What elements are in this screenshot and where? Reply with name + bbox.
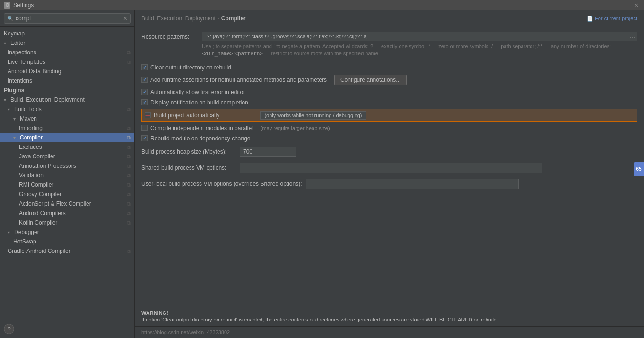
help-button[interactable]: ?	[4, 324, 14, 334]
live-templates-copy-icon: ⧉	[127, 59, 131, 65]
sidebar-item-inspections[interactable]: Inspections ⧉	[0, 48, 134, 57]
debugger-label: Debugger	[14, 229, 39, 235]
resource-hint: Use ; to separate patterns and ! to nega…	[202, 43, 637, 58]
sidebar-item-debugger[interactable]: ▾ Debugger	[0, 227, 134, 237]
sidebar-item-gradle-android[interactable]: Gradle-Android Compiler ⧉	[0, 246, 134, 256]
excludes-copy-icon: ⧉	[127, 144, 131, 150]
project-link[interactable]: 📄 For current project	[587, 16, 637, 22]
checkbox-display-notification: Display notification on build completion	[141, 97, 637, 108]
shared-vm-label: Shared build process VM options:	[141, 165, 236, 171]
sidebar-item-editor[interactable]: ▾ Editor	[0, 38, 134, 48]
app-icon: ⚙	[4, 2, 10, 9]
build-tools-copy-icon: ⧉	[127, 106, 131, 113]
content-area: Build, Execution, Deployment › Compiler …	[135, 10, 644, 338]
compiler-label: Compiler	[20, 134, 43, 141]
actionscript-flex-label: ActionScript & Flex Compiler	[19, 200, 91, 207]
sidebar-item-importing[interactable]: Importing ⧉	[0, 123, 134, 133]
checkbox-clear-output: Clear output directory on rebuild	[141, 62, 637, 73]
importing-copy-icon: ⧉	[127, 125, 131, 131]
debugger-arrow: ▾	[8, 230, 12, 235]
validation-copy-icon: ⧉	[127, 173, 131, 179]
sidebar-item-java-compiler[interactable]: Java Compiler ⧉	[0, 152, 134, 161]
checkbox-auto-show-error: Automatically show first error in editor	[141, 87, 637, 97]
main-container: 🔍 × Keymap ▾ Editor Inspections ⧉ Live	[0, 10, 644, 338]
display-notification-label: Display notification on build completion	[150, 99, 248, 106]
sidebar-item-kotlin-compiler[interactable]: Kotlin Compiler ⧉	[0, 218, 134, 227]
resource-patterns-label: Resource patterns:	[141, 32, 198, 40]
sidebar-item-groovy-compiler[interactable]: Groovy Compiler ⧉	[0, 190, 134, 199]
title-bar-text: Settings	[13, 2, 34, 9]
maven-label: Maven	[20, 115, 37, 122]
sidebar-item-actionscript-flex[interactable]: ActionScript & Flex Compiler ⧉	[0, 199, 134, 208]
sidebar-item-build-execution-deployment[interactable]: ▾ Build, Execution, Deployment	[0, 95, 134, 104]
gradle-android-label: Gradle-Android Compiler	[8, 248, 70, 254]
checkbox-rebuild-module: Rebuild module on dependency change	[141, 133, 637, 144]
user-local-vm-row: User-local build process VM options (ove…	[141, 176, 637, 192]
add-runtime-checkbox[interactable]	[141, 77, 148, 83]
shared-vm-row: Shared build process VM options:	[141, 160, 637, 176]
sidebar-item-compiler[interactable]: ▾ Compiler ⧉	[0, 133, 134, 142]
inspections-label: Inspections	[8, 49, 36, 56]
sidebar-item-android-compilers[interactable]: Android Compilers ⧉	[0, 208, 134, 218]
build-tools-label: Build Tools	[14, 106, 42, 113]
sidebar-item-keymap[interactable]: Keymap	[0, 29, 134, 38]
gradle-android-copy-icon: ⧉	[127, 248, 131, 254]
editor-label: Editor	[10, 40, 25, 46]
bottom-bar: https://blog.csdn.net/weixin_42323802	[135, 326, 644, 338]
sidebar-item-annotation-processors[interactable]: Annotation Processors ⧉	[0, 161, 134, 171]
search-box: 🔍 ×	[0, 10, 134, 27]
warning-area: WARNING! If option 'Clear output directo…	[135, 306, 644, 326]
groovy-compiler-copy-icon: ⧉	[127, 191, 131, 198]
file-icon: 📄	[587, 16, 593, 22]
live-templates-label: Live Templates	[8, 59, 45, 65]
settings-content: Resource patterns: ⋯ Use ; to separate p…	[135, 26, 644, 306]
sidebar-item-plugins[interactable]: Plugins	[0, 86, 134, 95]
search-icon: 🔍	[7, 16, 14, 22]
rebuild-module-label: Rebuild module on dependency change	[150, 135, 251, 142]
android-compilers-copy-icon: ⧉	[127, 210, 131, 217]
status-url: https://blog.csdn.net/weixin_42323802	[141, 329, 230, 335]
resource-patterns-input[interactable]	[202, 32, 637, 41]
sidebar-item-hotswap[interactable]: HotSwap	[0, 237, 134, 246]
search-clear-icon[interactable]: ×	[123, 15, 127, 22]
sidebar-item-build-tools[interactable]: ▾ Build Tools ⧉	[0, 104, 134, 114]
sidebar-item-rmi-compiler[interactable]: RMI Compiler ⧉	[0, 180, 134, 190]
keymap-label: Keymap	[4, 30, 25, 37]
rebuild-module-checkbox[interactable]	[141, 135, 148, 141]
compile-parallel-label: Compile independent modules in parallel	[150, 125, 253, 131]
resource-patterns-expand-icon[interactable]: ⋯	[630, 34, 635, 41]
user-local-vm-input[interactable]	[306, 179, 519, 189]
breadcrumb: Build, Execution, Deployment › Compiler …	[135, 10, 644, 26]
configure-annotations-button[interactable]: Configure annotations...	[334, 75, 407, 85]
sidebar-item-intentions[interactable]: Intentions	[0, 76, 134, 86]
sidebar-item-android-data-binding[interactable]: Android Data Binding	[0, 67, 134, 76]
sidebar-item-live-templates[interactable]: Live Templates ⧉	[0, 57, 134, 67]
compiler-copy-icon: ⧉	[127, 135, 131, 141]
close-button[interactable]: ×	[633, 1, 640, 9]
display-notification-checkbox[interactable]	[141, 99, 148, 105]
compile-parallel-checkbox[interactable]	[141, 125, 148, 131]
sidebar-bottom: ?	[0, 320, 134, 338]
auto-show-error-checkbox[interactable]	[141, 89, 148, 95]
android-compilers-label: Android Compilers	[19, 210, 66, 217]
build-tools-arrow: ▾	[8, 107, 12, 112]
checkbox-build-auto: Build project automatically (only works …	[141, 109, 637, 122]
sidebar: 🔍 × Keymap ▾ Editor Inspections ⧉ Live	[0, 10, 135, 338]
inspections-copy-icon: ⧉	[127, 50, 131, 56]
search-input[interactable]	[16, 15, 123, 22]
resource-patterns-row: Resource patterns: ⋯ Use ; to separate p…	[141, 32, 637, 58]
importing-label: Importing	[19, 125, 43, 131]
sidebar-item-validation[interactable]: Validation ⧉	[0, 171, 134, 180]
sidebar-item-excludes[interactable]: Excludes ⧉	[0, 142, 134, 152]
sidebar-item-maven[interactable]: ▾ Maven	[0, 114, 134, 123]
side-accent: 65	[634, 162, 644, 176]
compiler-arrow: ▾	[13, 135, 18, 140]
hotswap-label: HotSwap	[13, 238, 36, 245]
build-auto-checkbox[interactable]	[145, 112, 151, 118]
shared-vm-input[interactable]	[240, 163, 542, 173]
clear-output-checkbox[interactable]	[141, 64, 148, 70]
heap-size-row: Build process heap size (Mbytes):	[141, 144, 637, 160]
auto-show-error-label: Automatically show first error in editor	[150, 89, 245, 95]
java-compiler-label: Java Compiler	[19, 153, 55, 160]
heap-size-input[interactable]	[240, 147, 296, 157]
